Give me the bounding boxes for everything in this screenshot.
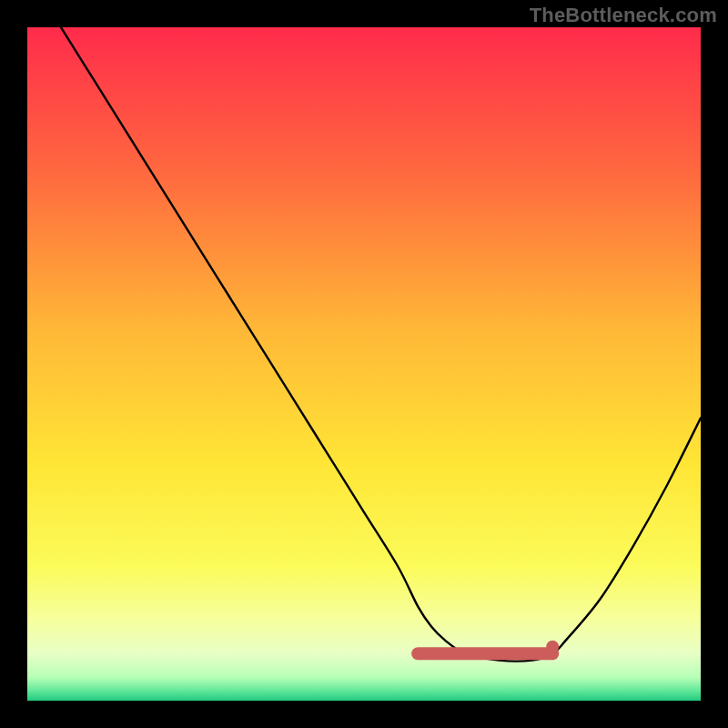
chart-frame: TheBottleneck.com (0, 0, 728, 728)
curve-layer (27, 27, 701, 701)
bottleneck-curve (61, 27, 701, 662)
watermark-text: TheBottleneck.com (530, 4, 717, 27)
plot-area (27, 27, 701, 701)
curve-marker-dot (546, 641, 559, 653)
